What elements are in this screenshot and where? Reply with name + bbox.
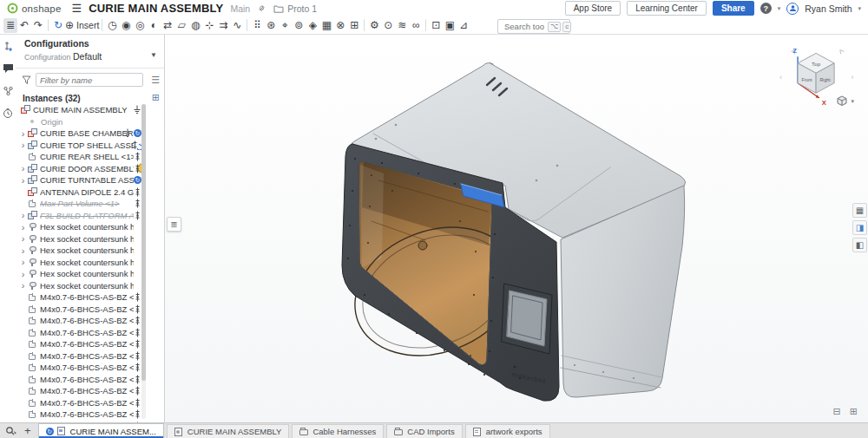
history-clock-icon[interactable] — [2, 108, 14, 120]
expand-chevron-icon[interactable]: › — [18, 175, 28, 186]
named-views-button[interactable]: ⊡ — [429, 18, 443, 33]
update-linked-button[interactable]: ↻ — [51, 18, 65, 33]
panel-display-options-button[interactable]: ≣ — [167, 217, 181, 232]
planar-mate-button[interactable]: ▱ — [174, 18, 188, 33]
expand-chevron-icon[interactable]: › — [18, 210, 28, 220]
display-states-button[interactable]: ▣ — [443, 18, 457, 33]
revolute-mate-button[interactable]: ◎ — [133, 18, 147, 33]
expand-chevron-icon[interactable]: › — [18, 140, 28, 150]
fastened-mate-button[interactable]: ◉ — [119, 18, 133, 33]
model-3d-printer[interactable]: makerbot — [165, 35, 868, 422]
printer-status-icon[interactable]: ⊟ — [833, 406, 841, 417]
mate-connector-button[interactable]: ◈ — [306, 18, 319, 33]
main-menu-icon[interactable]: ☰ — [72, 2, 82, 15]
ball-mate-button[interactable]: ◍ — [188, 18, 202, 33]
toolbar-button[interactable] — [247, 19, 247, 31]
selection-button[interactable]: ⌖ — [278, 18, 292, 33]
parallel-mate-button[interactable]: ⇉ — [216, 18, 230, 33]
named-positions-button[interactable]: ⊞ — [347, 18, 361, 33]
expand-chevron-icon[interactable]: › — [18, 280, 28, 291]
workspace-name[interactable]: Main — [230, 3, 250, 14]
undo-button[interactable]: ↶ — [17, 18, 31, 33]
view-options-button[interactable]: ▾ — [836, 95, 854, 107]
configuration-select[interactable]: Default — [73, 51, 102, 62]
toolbar-button[interactable] — [102, 19, 102, 31]
pin-slot-mate-button[interactable]: ⊹ — [202, 18, 216, 33]
search-tools[interactable]: ⌥ c — [497, 19, 570, 34]
instance-label: Origin — [41, 117, 62, 127]
learning-center-button[interactable]: Learning Center — [627, 1, 707, 16]
x-axis-label: X — [822, 99, 827, 107]
filter-options-icon[interactable]: ☰ — [151, 75, 160, 86]
expand-chevron-icon[interactable]: › — [18, 128, 28, 139]
onshape-logo-text: onshape — [22, 3, 62, 14]
rotate-right-icon[interactable]: › — [851, 72, 853, 82]
configuration-caret-icon[interactable]: ▼ — [150, 51, 157, 59]
belt-relation-button[interactable]: ∞ — [409, 18, 423, 33]
assembly-structure-button[interactable]: ≣ — [3, 18, 17, 33]
graphics-viewport[interactable]: makerbot ‹ › Z X Top Front Right ▾ ▦ ◨ ◧… — [165, 35, 868, 422]
pin-icon — [134, 316, 141, 325]
app-store-button[interactable]: App Store — [565, 1, 621, 16]
insert-instance-icon[interactable]: ⊞ — [152, 92, 160, 103]
replicate-button[interactable]: ⊛ — [264, 18, 278, 33]
group-button[interactable]: ⊚ — [292, 18, 306, 33]
avatar[interactable] — [786, 3, 799, 15]
bom-panel-button[interactable]: ▦ — [852, 203, 867, 218]
filter-input[interactable] — [36, 73, 143, 87]
slider-mate-button[interactable]: ⇄ — [161, 18, 174, 33]
toolbar-button[interactable] — [425, 19, 426, 31]
help-button[interactable]: ? — [760, 3, 772, 14]
comment-icon[interactable] — [2, 62, 14, 75]
pattern-button[interactable]: ⠿ — [250, 18, 264, 33]
expand-chevron-icon[interactable]: › — [18, 163, 28, 173]
mate-relations-button[interactable]: ⚙ — [367, 18, 381, 33]
tab-artwork-exports[interactable]: ↻ artwork exports — [465, 424, 550, 438]
pin-plus-icon[interactable] — [2, 40, 14, 52]
instance-type-icon — [28, 245, 37, 255]
manage-tabs-icon[interactable] — [5, 426, 17, 436]
insert-button[interactable]: ⊕ Insert — [65, 18, 99, 33]
redo-button[interactable]: ↷ — [31, 18, 45, 33]
cylindrical-mate-button[interactable]: ◐ — [147, 18, 161, 33]
user-name[interactable]: Ryan Smith — [805, 3, 852, 14]
toolbar-button[interactable] — [364, 19, 365, 31]
user-caret-icon[interactable]: ▾ — [858, 5, 861, 12]
versions-icon[interactable] — [2, 85, 14, 97]
expand-chevron-icon[interactable]: › — [18, 222, 28, 232]
link-icon[interactable] — [257, 3, 266, 13]
tab-curie-main-assembly[interactable]: ↻ CURIE MAIN ASSEM... — [38, 423, 164, 438]
gear-relation-button[interactable]: ⊙ — [381, 18, 395, 33]
instance-label: M4x0.7-6-BHCS-AS-BZ <11> — [40, 409, 134, 419]
onshape-logo[interactable]: onshape — [7, 3, 62, 14]
snapshot-button[interactable]: ◷ — [105, 18, 119, 33]
help-caret-icon[interactable]: ▾ — [778, 5, 781, 12]
pixel-grid-icon[interactable]: ⊞ — [850, 406, 858, 417]
tab-curie-main-assembly-partstudio[interactable]: ↻ CURIE MAIN ASSEMBLY — [167, 424, 290, 438]
tangent-mate-button[interactable]: ∿ — [230, 18, 244, 33]
tab-label: CAD Imports — [407, 427, 454, 436]
expand-chevron-icon[interactable]: › — [18, 257, 28, 267]
display-panel-button[interactable]: ◨ — [852, 220, 867, 235]
appearance-panel-button[interactable]: ◧ — [852, 238, 867, 252]
tab-cad-imports[interactable]: ↻ CAD Imports — [386, 424, 462, 438]
tab-type-icon — [394, 428, 404, 436]
expand-chevron-icon[interactable]: › — [18, 245, 28, 256]
project-name[interactable]: Proto 1 — [287, 3, 317, 14]
rotate-left-icon[interactable]: ‹ — [779, 72, 782, 82]
exploded-view-button[interactable]: ⊗ — [333, 18, 347, 33]
toolbar-button[interactable] — [48, 19, 49, 31]
search-tools-input[interactable] — [503, 21, 546, 32]
instance-label: M4x0.7-6-BHCS-AS-BZ <10> — [40, 398, 134, 408]
share-button[interactable]: Share — [713, 1, 754, 16]
tab-cable-harnesses[interactable]: ↻ Cable Harnesses — [292, 424, 384, 438]
rack-pinion-button[interactable]: ≋ — [395, 18, 409, 33]
instance-label: CURIE REAR SHELL <1> — [40, 152, 134, 161]
tree-scrollbar-thumb[interactable] — [141, 104, 146, 381]
expand-chevron-icon[interactable]: › — [18, 233, 28, 244]
bom-table-button[interactable]: ▦ — [319, 18, 333, 33]
add-tab-button[interactable]: + — [24, 425, 31, 437]
measure-button[interactable]: ⊿ — [457, 18, 470, 33]
instance-label: ANTENNA DIPOLE 2.4 GHZ RP-S... — [40, 187, 134, 197]
expand-chevron-icon[interactable]: › — [18, 269, 28, 279]
